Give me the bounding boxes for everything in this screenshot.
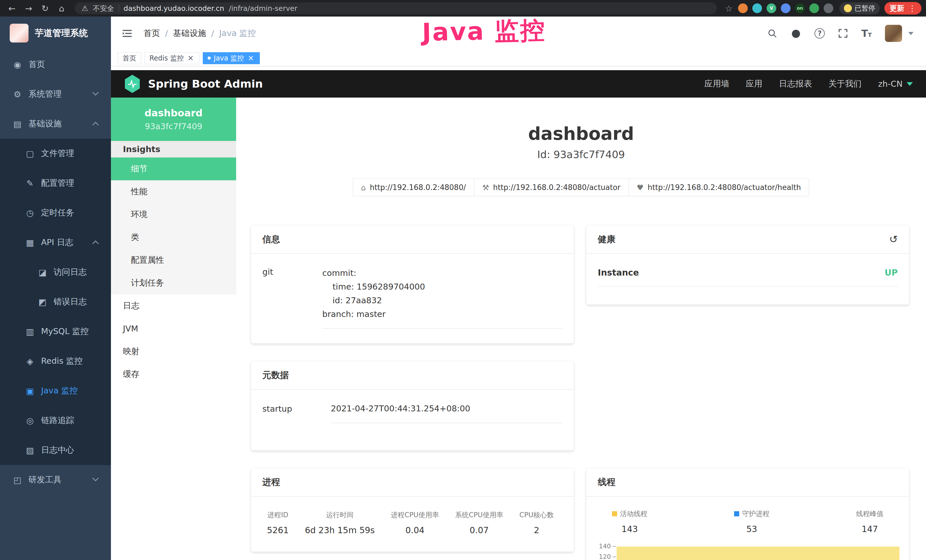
warning-icon: ⚠ xyxy=(82,4,88,12)
instance-header[interactable]: dashboard 93a3fc7f7409 xyxy=(111,98,236,141)
sidebar-item-error-logs[interactable]: ◩ 错误日志 xyxy=(0,287,111,317)
sba-item-performance[interactable]: 性能 xyxy=(111,180,236,203)
live-threads-area xyxy=(617,546,899,560)
sidebar-item-tracing[interactable]: ◎ 链路追踪 xyxy=(0,406,111,435)
tab-java-monitor[interactable]: Java 监控 × xyxy=(203,52,260,64)
tab-label: Java 监控 xyxy=(213,54,244,63)
sba-nav-wall[interactable]: 应用墙 xyxy=(704,78,729,89)
extension-icon[interactable] xyxy=(752,3,762,13)
sidebar-item-dev-tools[interactable]: ◰ 研发工具 xyxy=(0,465,111,495)
menu-fold-icon[interactable] xyxy=(121,27,133,39)
api-log-icon: ▦ xyxy=(24,238,35,248)
java-monitor-icon: ▣ xyxy=(24,386,35,396)
forward-icon[interactable]: → xyxy=(21,2,36,15)
sidebar-item-mysql-monitor[interactable]: ▥ MySQL 监控 xyxy=(0,317,111,346)
tab-redis-monitor[interactable]: Redis 监控 × xyxy=(145,52,199,64)
update-button[interactable]: 更新 ⋮ xyxy=(884,2,921,15)
process-card: 进程 进程ID 5261 运行时间 6d 23h 15m xyxy=(251,468,574,552)
sba-item-config-properties[interactable]: 配置属性 xyxy=(111,249,236,272)
logo-title: 芋道管理系统 xyxy=(35,27,88,39)
sidebar-item-redis-monitor[interactable]: ◈ Redis 监控 xyxy=(0,346,111,376)
sba-nav-applications[interactable]: 应用 xyxy=(746,78,762,89)
legend-swatch xyxy=(612,511,617,516)
link-actuator-url[interactable]: ⚒ http://192.168.0.2:48080/actuator xyxy=(474,179,629,196)
reload-icon[interactable]: ↻ xyxy=(38,2,53,15)
tick-mark xyxy=(613,546,616,546)
sidebar-item-label: 配置管理 xyxy=(41,177,74,189)
sba-brand-title[interactable]: Spring Boot Admin xyxy=(148,77,263,90)
threads-stats: 活动线程 143 守护进程 xyxy=(586,496,909,536)
help-icon[interactable]: ? xyxy=(814,28,825,38)
address-bar[interactable]: ⚠ 不安全 dashboard.yudao.iocoder.cn /infra/… xyxy=(75,2,717,14)
url-host: dashboard.yudao.iocoder.cn xyxy=(124,4,224,12)
search-icon[interactable] xyxy=(767,28,778,38)
home-icon[interactable]: ⌂ xyxy=(54,2,69,15)
sba-item-classes[interactable]: 类 xyxy=(111,226,236,249)
switch-on-extension-icon[interactable]: on xyxy=(795,3,805,13)
link-service-url[interactable]: ⌂ http://192.168.0.2:48080/ xyxy=(353,179,474,196)
breadcrumb-infrastructure[interactable]: 基础设施 xyxy=(173,28,206,39)
breadcrumb-home[interactable]: 首页 xyxy=(144,28,160,39)
status-badge: UP xyxy=(885,268,898,278)
extension-icon[interactable] xyxy=(781,3,791,13)
sba-item-mappings[interactable]: 映射 xyxy=(111,340,236,363)
github-icon[interactable] xyxy=(791,28,801,39)
locale-selector[interactable]: zh-CN xyxy=(878,79,913,89)
paused-badge[interactable]: 已暂停 xyxy=(839,2,880,14)
sidebar-item-api-logs[interactable]: ▦ API 日志 xyxy=(0,228,111,257)
sidebar-item-file-management[interactable]: ▢ 文件管理 xyxy=(0,139,111,168)
stat-cpu-cores: CPU核心数 2 xyxy=(519,510,554,535)
sba-group-insights[interactable]: Insights xyxy=(111,141,236,157)
sba-body: dashboard 93a3fc7f7409 Insights 细节 性能 环境… xyxy=(111,98,926,560)
close-icon[interactable]: × xyxy=(247,54,255,62)
sidebar-item-home[interactable]: ◉ 首页 xyxy=(0,50,111,79)
security-label[interactable]: 不安全 xyxy=(93,4,114,13)
stat-process-cpu: 进程CPU使用率 0.04 xyxy=(391,510,439,535)
sidebar-item-label: 首页 xyxy=(29,59,45,70)
sba-item-details[interactable]: 细节 xyxy=(111,157,236,180)
sba-nav-journal[interactable]: 日志报表 xyxy=(779,78,812,89)
dev-tools-icon: ◰ xyxy=(12,475,23,485)
sidebar-item-infrastructure[interactable]: ▤ 基础设施 xyxy=(0,109,111,139)
stat-value: 53 xyxy=(734,524,769,534)
caret-down-icon[interactable] xyxy=(908,32,914,35)
breadcrumb-separator: / xyxy=(165,29,168,38)
sba-item-jvm[interactable]: JVM xyxy=(111,317,236,340)
sidebar-item-log-center[interactable]: ▨ 日志中心 xyxy=(0,435,111,465)
close-icon[interactable]: × xyxy=(186,54,195,62)
bookmark-star-icon[interactable]: ☆ xyxy=(725,3,732,14)
sidebar-item-label: 定时任务 xyxy=(41,207,74,218)
font-size-icon[interactable]: TT xyxy=(861,29,872,38)
tab-home[interactable]: 首页 xyxy=(118,52,141,64)
sba-nav-about[interactable]: 关于我们 xyxy=(828,78,861,89)
sba-item-environment[interactable]: 环境 xyxy=(111,203,236,226)
sidebar-item-access-logs[interactable]: ◪ 访问日志 xyxy=(0,257,111,287)
sba-item-logs[interactable]: 日志 xyxy=(111,294,236,317)
stat-peak-threads: 线程峰值 147 xyxy=(856,509,884,534)
logo-row[interactable]: 芋道管理系统 xyxy=(0,17,111,50)
tab-label: 首页 xyxy=(123,54,136,63)
kebab-menu-icon[interactable]: ⋮ xyxy=(908,4,916,13)
user-avatar[interactable] xyxy=(885,25,902,42)
vue-devtools-icon[interactable]: V xyxy=(767,3,776,13)
instance-links: ⌂ http://192.168.0.2:48080/ ⚒ http://192… xyxy=(236,179,926,196)
extension-icon[interactable] xyxy=(738,3,748,13)
fullscreen-icon[interactable] xyxy=(838,28,848,38)
update-label: 更新 xyxy=(890,3,904,14)
sidebar-item-label: 系统管理 xyxy=(29,88,62,100)
git-commit-line: commit: xyxy=(322,266,562,280)
extension-icon[interactable] xyxy=(824,3,833,13)
history-icon[interactable]: ↺ xyxy=(889,234,898,244)
sba-item-caches[interactable]: 缓存 xyxy=(111,363,236,386)
extension-icon[interactable] xyxy=(809,3,819,13)
sba-item-label: 缓存 xyxy=(123,369,139,380)
sba-item-scheduled-tasks[interactable]: 计划任务 xyxy=(111,272,236,294)
sidebar-item-config-management[interactable]: ✎ 配置管理 xyxy=(0,168,111,198)
back-icon[interactable]: ← xyxy=(5,2,20,15)
sidebar-item-system[interactable]: ⚙ 系统管理 xyxy=(0,79,111,109)
link-health-url[interactable]: ♥ http://192.168.0.2:48080/actuator/heal… xyxy=(629,179,809,196)
stat-value: 2 xyxy=(519,525,554,535)
page-subtitle: Id: 93a3fc7f7409 xyxy=(236,148,926,160)
sidebar-item-java-monitor[interactable]: ▣ Java 监控 xyxy=(0,376,111,406)
sidebar-item-scheduled-tasks[interactable]: ◷ 定时任务 xyxy=(0,198,111,228)
